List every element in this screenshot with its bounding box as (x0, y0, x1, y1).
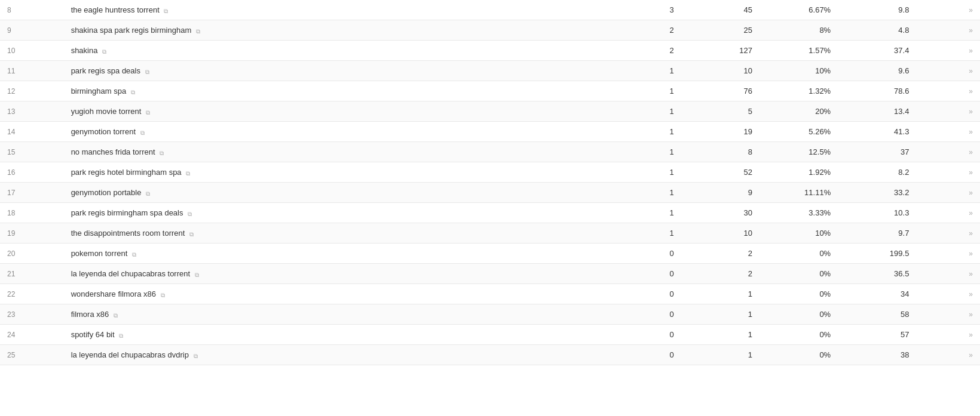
row-ctr: 1.57% (760, 41, 838, 61)
external-link-icon[interactable]: ⧉ (131, 89, 137, 95)
chevron-right-icon[interactable]: » (969, 107, 973, 116)
external-link-icon[interactable]: ⧉ (132, 251, 138, 257)
row-number: 13 (0, 101, 64, 122)
row-keyword: filmora x86 ⧉ (64, 304, 603, 325)
row-actions[interactable]: » (916, 61, 980, 81)
row-actions[interactable]: » (916, 162, 980, 183)
external-link-icon[interactable]: ⧉ (102, 48, 108, 54)
row-keyword: spotify 64 bit ⧉ (64, 325, 603, 345)
row-actions[interactable]: » (916, 223, 980, 244)
row-clicks: 0 (603, 244, 681, 264)
row-impressions: 1 (681, 284, 760, 304)
row-keyword: la leyenda del chupacabras dvdrip ⧉ (64, 345, 603, 365)
row-actions[interactable]: » (916, 284, 980, 304)
chevron-right-icon[interactable]: » (969, 47, 973, 55)
row-position: 41.3 (838, 122, 916, 142)
external-link-icon[interactable]: ⧉ (186, 170, 192, 176)
external-link-icon[interactable]: ⧉ (119, 332, 125, 338)
row-impressions: 1 (681, 345, 760, 365)
chevron-right-icon[interactable]: » (969, 128, 973, 136)
row-clicks: 1 (603, 81, 681, 101)
row-actions[interactable]: » (916, 41, 980, 61)
row-ctr: 3.33% (760, 203, 838, 223)
row-impressions: 1 (681, 304, 760, 325)
external-link-icon[interactable]: ⧉ (146, 109, 152, 115)
row-actions[interactable]: » (916, 183, 980, 203)
chevron-right-icon[interactable]: » (969, 290, 973, 298)
external-link-icon[interactable]: ⧉ (189, 231, 195, 237)
row-impressions: 9 (681, 183, 760, 203)
row-actions[interactable]: » (916, 20, 980, 41)
row-ctr: 0% (760, 264, 838, 284)
row-ctr: 0% (760, 345, 838, 365)
row-keyword: birmingham spa ⧉ (64, 81, 603, 101)
row-clicks: 2 (603, 41, 681, 61)
row-clicks: 1 (603, 162, 681, 183)
row-impressions: 2 (681, 244, 760, 264)
row-actions[interactable]: » (916, 101, 980, 122)
chevron-right-icon[interactable]: » (969, 351, 973, 359)
row-position: 58 (838, 304, 916, 325)
chevron-right-icon[interactable]: » (969, 249, 973, 258)
chevron-right-icon[interactable]: » (969, 148, 973, 156)
external-link-icon[interactable]: ⧉ (114, 312, 120, 318)
external-link-icon[interactable]: ⧉ (194, 353, 200, 359)
external-link-icon[interactable]: ⧉ (188, 211, 194, 217)
chevron-right-icon[interactable]: » (969, 229, 973, 238)
external-link-icon[interactable]: ⧉ (145, 69, 151, 75)
external-link-icon[interactable]: ⧉ (160, 150, 166, 156)
row-clicks: 0 (603, 264, 681, 284)
table-row: 20 pokemon torrent ⧉ 0 2 0% 199.5 » (0, 244, 980, 264)
external-link-icon[interactable]: ⧉ (146, 190, 152, 196)
row-actions[interactable]: » (916, 244, 980, 264)
row-actions[interactable]: » (916, 0, 980, 20)
chevron-right-icon[interactable]: » (969, 310, 973, 319)
external-link-icon[interactable]: ⧉ (196, 28, 202, 34)
chevron-right-icon[interactable]: » (969, 6, 973, 14)
table-row: 14 genymotion torrent ⧉ 1 19 5.26% 41.3 … (0, 122, 980, 142)
external-link-icon[interactable]: ⧉ (161, 292, 167, 298)
chevron-right-icon[interactable]: » (969, 209, 973, 217)
row-actions[interactable]: » (916, 304, 980, 325)
external-link-icon[interactable]: ⧉ (164, 8, 170, 14)
row-keyword: park regis hotel birmingham spa ⧉ (64, 162, 603, 183)
chevron-right-icon[interactable]: » (969, 331, 973, 339)
row-actions[interactable]: » (916, 203, 980, 223)
row-keyword: no manches frida torrent ⧉ (64, 142, 603, 162)
row-ctr: 1.92% (760, 162, 838, 183)
row-number: 19 (0, 223, 64, 244)
row-actions[interactable]: » (916, 142, 980, 162)
row-actions[interactable]: » (916, 345, 980, 365)
table-row: 10 shakina ⧉ 2 127 1.57% 37.4 » (0, 41, 980, 61)
row-ctr: 12.5% (760, 142, 838, 162)
chevron-right-icon[interactable]: » (969, 67, 973, 75)
row-actions[interactable]: » (916, 325, 980, 345)
row-actions[interactable]: » (916, 264, 980, 284)
external-link-icon[interactable]: ⧉ (195, 272, 201, 278)
row-keyword: shakina ⧉ (64, 41, 603, 61)
external-link-icon[interactable]: ⧉ (140, 130, 146, 135)
chevron-right-icon[interactable]: » (969, 168, 973, 177)
row-keyword: wondershare filmora x86 ⧉ (64, 284, 603, 304)
chevron-right-icon[interactable]: » (969, 189, 973, 197)
chevron-right-icon[interactable]: » (969, 26, 973, 35)
row-actions[interactable]: » (916, 122, 980, 142)
row-number: 14 (0, 122, 64, 142)
row-position: 34 (838, 284, 916, 304)
table-row: 23 filmora x86 ⧉ 0 1 0% 58 » (0, 304, 980, 325)
row-keyword: the disappointments room torrent ⧉ (64, 223, 603, 244)
row-keyword: park regis spa deals ⧉ (64, 61, 603, 81)
row-ctr: 1.32% (760, 81, 838, 101)
row-actions[interactable]: » (916, 81, 980, 101)
table-row: 24 spotify 64 bit ⧉ 0 1 0% 57 » (0, 325, 980, 345)
row-keyword: genymotion portable ⧉ (64, 183, 603, 203)
row-impressions: 10 (681, 223, 760, 244)
row-impressions: 52 (681, 162, 760, 183)
table-row: 16 park regis hotel birmingham spa ⧉ 1 5… (0, 162, 980, 183)
row-clicks: 1 (603, 122, 681, 142)
chevron-right-icon[interactable]: » (969, 270, 973, 278)
row-position: 10.3 (838, 203, 916, 223)
chevron-right-icon[interactable]: » (969, 87, 973, 95)
row-position: 4.8 (838, 20, 916, 41)
row-impressions: 25 (681, 20, 760, 41)
